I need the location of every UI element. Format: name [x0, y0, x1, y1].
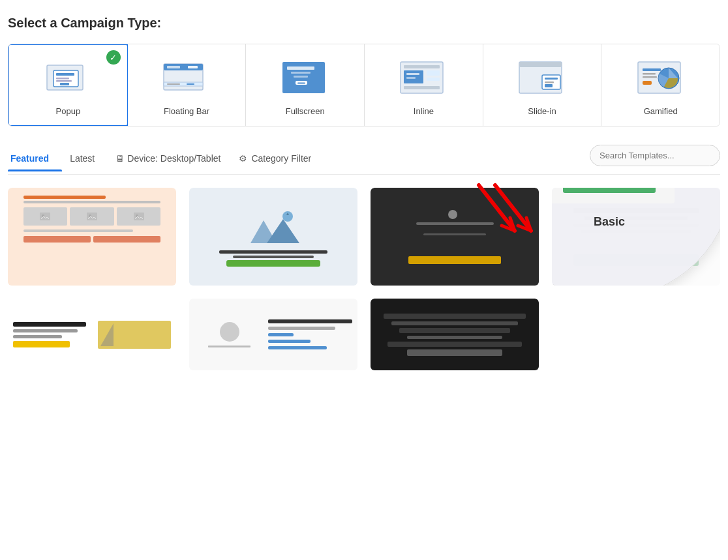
filters-row: Featured Latest 🖥 Device: Desktop/Tablet… — [8, 145, 720, 171]
page-container: Select a Campaign Type: ✓ Popup — [0, 0, 728, 383]
campaign-type-popup[interactable]: ✓ Popup — [8, 44, 129, 126]
svg-rect-20 — [404, 65, 440, 68]
template-card-win[interactable]: Win — [371, 299, 539, 370]
svg-rect-22 — [406, 73, 419, 75]
search-input[interactable] — [590, 145, 720, 166]
template-preview-zen — [189, 299, 357, 370]
svg-rect-35 — [643, 68, 661, 71]
campaign-type-inline[interactable]: Inline — [365, 44, 483, 126]
tab-featured[interactable]: Featured — [8, 148, 62, 171]
zoom-template-label: Basic — [594, 215, 625, 229]
template-preview-win — [371, 299, 539, 370]
template-card-product-recommendation[interactable]: Product Recommendation — [8, 188, 176, 286]
svg-rect-9 — [188, 66, 198, 68]
svg-rect-28 — [519, 62, 562, 67]
template-preview-offer — [8, 299, 176, 370]
campaign-type-gamified[interactable]: Gamified — [601, 44, 720, 126]
template-preview-product — [8, 188, 176, 286]
svg-rect-4 — [56, 80, 72, 82]
tab-latest[interactable]: Latest — [67, 148, 108, 171]
template-card-event[interactable]: Event — [371, 188, 539, 286]
popup-icon — [38, 55, 97, 101]
svg-rect-12 — [187, 83, 194, 85]
gamified-icon — [631, 55, 690, 101]
fullscreen-icon — [276, 55, 335, 101]
monitor-icon: 🖥 — [115, 153, 125, 164]
slide-in-icon — [513, 55, 571, 101]
svg-rect-18 — [297, 83, 305, 84]
category-filter[interactable]: ⚙ Category Filter — [236, 148, 322, 171]
template-card-offer[interactable]: Offer — [8, 299, 176, 370]
svg-rect-26 — [404, 86, 440, 89]
page-title: Select a Campaign Type: — [8, 16, 720, 31]
svg-rect-32 — [545, 84, 553, 87]
template-preview-fathers — [189, 188, 357, 286]
popup-label: Popup — [56, 106, 81, 116]
inline-label: Inline — [414, 106, 434, 116]
inline-icon — [394, 55, 453, 101]
gear-icon: ⚙ — [239, 153, 247, 164]
campaign-type-selector: ✓ Popup — [8, 44, 720, 126]
svg-rect-36 — [643, 73, 656, 75]
svg-rect-16 — [294, 76, 308, 78]
templates-grid: Product Recommendation Fathers Day — [8, 188, 720, 370]
template-preview-event — [371, 188, 539, 286]
svg-rect-31 — [545, 81, 554, 83]
svg-rect-14 — [287, 66, 314, 70]
svg-rect-30 — [545, 78, 558, 80]
search-box — [590, 145, 720, 166]
svg-rect-3 — [56, 78, 69, 80]
svg-rect-37 — [643, 76, 657, 78]
zoom-preview-card — [552, 188, 675, 203]
slide-in-label: Slide-in — [528, 106, 556, 116]
svg-rect-11 — [167, 83, 180, 85]
svg-rect-24 — [427, 70, 440, 76]
filters-divider — [8, 174, 720, 175]
svg-rect-2 — [56, 73, 74, 76]
tabs-group: Featured Latest 🖥 Device: Desktop/Tablet… — [8, 148, 322, 171]
device-filter[interactable]: 🖥 Device: Desktop/Tablet — [113, 148, 231, 171]
floating-bar-icon — [157, 55, 216, 101]
svg-rect-25 — [427, 78, 440, 81]
svg-rect-15 — [291, 72, 311, 74]
floating-bar-label: Floating Bar — [164, 106, 209, 116]
svg-rect-5 — [60, 83, 69, 85]
svg-rect-23 — [406, 77, 416, 79]
zoom-inner: Basic — [552, 188, 720, 248]
campaign-type-slide-in[interactable]: Slide-in — [483, 44, 602, 126]
gamified-label: Gamified — [644, 106, 678, 116]
svg-rect-8 — [167, 66, 180, 68]
selected-check-icon: ✓ — [106, 50, 121, 65]
template-card-basic[interactable]: Basic Basic — [552, 188, 720, 286]
campaign-type-floating-bar[interactable]: Floating Bar — [128, 44, 247, 126]
campaign-type-fullscreen[interactable]: Fullscreen — [246, 44, 365, 126]
template-card-zen[interactable]: Zen — [189, 299, 357, 370]
template-card-fathers-day[interactable]: Fathers Day — [189, 188, 357, 286]
svg-rect-38 — [643, 81, 652, 85]
fullscreen-label: Fullscreen — [286, 106, 325, 116]
